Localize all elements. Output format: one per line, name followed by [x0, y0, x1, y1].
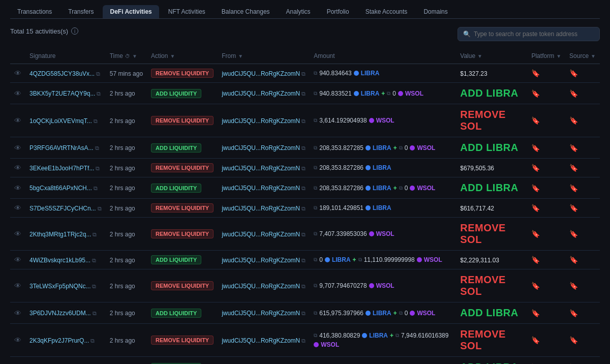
- search-box[interactable]: 🔍: [458, 27, 600, 41]
- copy-sig-icon[interactable]: ⧉: [94, 185, 98, 191]
- copy-from-icon[interactable]: ⧉: [301, 257, 306, 263]
- copy-from-icon[interactable]: ⧉: [301, 118, 306, 124]
- platform-icon[interactable]: 🔖: [531, 336, 540, 344]
- signature-text[interactable]: 4WiZBvskqrc1kLb95...: [29, 257, 90, 264]
- platform-icon[interactable]: 🔖: [531, 89, 540, 98]
- copy-sig-icon[interactable]: ⧉: [98, 205, 102, 211]
- copy-from-icon[interactable]: ⧉: [301, 338, 306, 344]
- from-address[interactable]: jwudCiJ5QU...RoRgKZzomN: [222, 310, 300, 317]
- action-filter-icon[interactable]: ▼: [170, 53, 175, 59]
- row-eye-icon[interactable]: 👁: [14, 184, 21, 192]
- copy-from-icon[interactable]: ⧉: [301, 165, 306, 171]
- row-eye-icon[interactable]: 👁: [14, 256, 21, 264]
- from-address[interactable]: jwudCiJ5QU...RoRgKZzomN: [222, 231, 300, 238]
- source-filter-icon[interactable]: ▼: [591, 53, 596, 59]
- copy-from-icon[interactable]: ⧉: [301, 71, 306, 77]
- copy-sig-icon[interactable]: ⧉: [97, 90, 101, 97]
- tab-balance-changes[interactable]: Balance Changes: [215, 5, 277, 18]
- platform-icon[interactable]: 🔖: [531, 116, 540, 125]
- source-icon[interactable]: 🔖: [569, 116, 578, 125]
- tab-transactions[interactable]: Transactions: [10, 5, 59, 18]
- copy-sig-icon[interactable]: ⧉: [96, 71, 100, 77]
- search-input[interactable]: [474, 31, 594, 38]
- source-icon[interactable]: 🔖: [569, 144, 578, 152]
- signature-text[interactable]: P3RFG6AVtRTNrAsA...: [29, 144, 94, 151]
- row-eye-icon[interactable]: 👁: [14, 282, 21, 290]
- copy-sig-icon[interactable]: ⧉: [93, 310, 97, 316]
- platform-icon[interactable]: 🔖: [531, 184, 540, 192]
- tab-nft-activities[interactable]: NFT Activities: [161, 5, 212, 18]
- tab-stake-accounts[interactable]: Stake Accounts: [358, 5, 415, 18]
- row-eye-icon[interactable]: 👁: [14, 116, 21, 125]
- from-address[interactable]: jwudCiJ5QU...RoRgKZzomN: [222, 337, 300, 344]
- signature-text[interactable]: 3P6DJVNJzzv6UDM...: [29, 310, 91, 317]
- copy-from-icon[interactable]: ⧉: [301, 185, 306, 191]
- time-filter-icon[interactable]: ▼: [132, 53, 137, 59]
- copy-from-icon[interactable]: ⧉: [301, 231, 306, 237]
- copy-sig-icon[interactable]: ⧉: [94, 118, 98, 124]
- platform-icon[interactable]: 🔖: [531, 69, 540, 77]
- row-eye-icon[interactable]: 👁: [14, 164, 21, 172]
- tab-domains[interactable]: Domains: [416, 5, 454, 18]
- from-address[interactable]: jwudCiJ5QU...RoRgKZzomN: [222, 144, 300, 151]
- signature-text[interactable]: 3EKeeE1bJooH7hPTf...: [29, 165, 94, 172]
- row-eye-icon[interactable]: 👁: [14, 336, 21, 344]
- info-icon[interactable]: i: [71, 27, 78, 35]
- platform-icon[interactable]: 🔖: [531, 256, 540, 264]
- from-filter-icon[interactable]: ▼: [238, 53, 243, 59]
- tab-portfolio[interactable]: Portfolio: [320, 5, 356, 18]
- source-icon[interactable]: 🔖: [569, 336, 578, 344]
- from-address[interactable]: jwudCiJ5QU...RoRgKZzomN: [222, 165, 300, 172]
- row-eye-icon[interactable]: 👁: [14, 230, 21, 238]
- from-address[interactable]: jwudCiJ5QU...RoRgKZzomN: [222, 70, 300, 77]
- platform-icon[interactable]: 🔖: [531, 164, 540, 172]
- row-eye-icon[interactable]: 👁: [14, 89, 21, 98]
- copy-from-icon[interactable]: ⧉: [301, 283, 306, 289]
- source-icon[interactable]: 🔖: [569, 256, 578, 264]
- copy-sig-icon[interactable]: ⧉: [92, 283, 96, 289]
- tab-analytics[interactable]: Analytics: [279, 5, 318, 18]
- from-address[interactable]: jwudCiJ5QU...RoRgKZzomN: [222, 117, 300, 125]
- signature-text[interactable]: 4QZDG585JCY38uVx...: [29, 70, 95, 77]
- from-address[interactable]: jwudCiJ5QU...RoRgKZzomN: [222, 90, 300, 97]
- platform-icon[interactable]: 🔖: [531, 309, 540, 317]
- source-icon[interactable]: 🔖: [569, 184, 578, 192]
- from-address[interactable]: jwudCiJ5QU...RoRgKZzomN: [222, 205, 300, 212]
- value-filter-icon[interactable]: ▼: [477, 53, 482, 59]
- copy-from-icon[interactable]: ⧉: [301, 310, 306, 316]
- signature-text[interactable]: 2Kthq3MRtg1TRjc2q...: [29, 231, 91, 238]
- signature-text[interactable]: 1oQCKjLoiXVEVmqT...: [29, 117, 92, 125]
- source-icon[interactable]: 🔖: [569, 164, 578, 172]
- source-icon[interactable]: 🔖: [569, 309, 578, 317]
- tab-defi-activities[interactable]: DeFi Activities: [103, 5, 159, 18]
- copy-from-icon[interactable]: ⧉: [301, 205, 306, 211]
- source-icon[interactable]: 🔖: [569, 230, 578, 238]
- row-eye-icon[interactable]: 👁: [14, 69, 21, 77]
- source-icon[interactable]: 🔖: [569, 69, 578, 77]
- source-icon[interactable]: 🔖: [569, 282, 578, 290]
- signature-text[interactable]: 5bgCxa8t66APxNCH...: [29, 185, 92, 192]
- copy-from-icon[interactable]: ⧉: [301, 90, 306, 97]
- platform-filter-icon[interactable]: ▼: [556, 53, 561, 59]
- signature-text[interactable]: 2K3qKFpv2J7PrurQ...: [29, 337, 89, 344]
- platform-icon[interactable]: 🔖: [531, 230, 540, 238]
- signature-text[interactable]: 3BKX5yT2UE7AQY9q...: [29, 90, 95, 97]
- tab-transfers[interactable]: Transfers: [61, 5, 101, 18]
- copy-sig-icon[interactable]: ⧉: [95, 145, 99, 151]
- source-icon[interactable]: 🔖: [569, 204, 578, 212]
- platform-icon[interactable]: 🔖: [531, 204, 540, 212]
- copy-from-icon[interactable]: ⧉: [301, 145, 306, 151]
- row-eye-icon[interactable]: 👁: [14, 309, 21, 317]
- platform-icon[interactable]: 🔖: [531, 144, 540, 152]
- row-eye-icon[interactable]: 👁: [14, 204, 21, 212]
- row-eye-icon[interactable]: 👁: [14, 144, 21, 152]
- signature-text[interactable]: 3TeLWSxFp5pNQNc...: [29, 283, 90, 290]
- from-address[interactable]: jwudCiJ5QU...RoRgKZzomN: [222, 283, 300, 290]
- source-icon[interactable]: 🔖: [569, 89, 578, 98]
- from-address[interactable]: jwudCiJ5QU...RoRgKZzomN: [222, 185, 300, 192]
- copy-sig-icon[interactable]: ⧉: [92, 257, 96, 263]
- signature-text[interactable]: S7DeS5SZFJCyCHCn...: [29, 205, 96, 212]
- copy-sig-icon[interactable]: ⧉: [90, 338, 95, 344]
- platform-icon[interactable]: 🔖: [531, 282, 540, 290]
- copy-sig-icon[interactable]: ⧉: [93, 231, 97, 237]
